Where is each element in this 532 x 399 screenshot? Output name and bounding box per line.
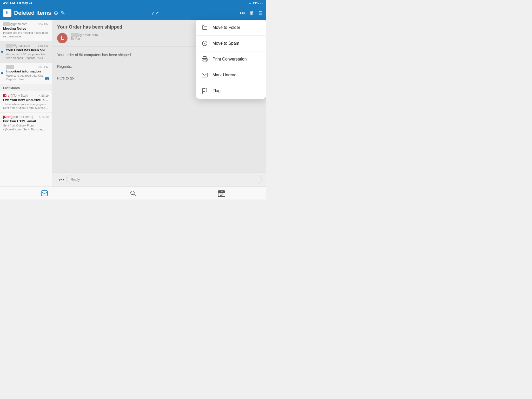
svg-line-6: [134, 194, 136, 196]
mail-tab[interactable]: [0, 187, 89, 200]
battery-icon: ▭: [260, 2, 263, 5]
move-to-folder-item[interactable]: Move to Folder: [196, 20, 266, 36]
email-subject: Fw: Fun HTML email: [3, 119, 49, 123]
list-item[interactable]: @gmail.com 3:57 PM Meeting Notes Please …: [0, 20, 52, 41]
mark-unread-item[interactable]: Mark Unread: [196, 67, 266, 83]
more-options-button[interactable]: •••: [240, 10, 245, 16]
header: li Deleted Items ⊖ ✎ ↙↗ ••• 🗑 ⊟: [0, 6, 266, 20]
email-sender: @gmail.com: [6, 44, 30, 48]
email-preview: Make sure you read this. Kind Regards, J…: [3, 74, 49, 81]
list-item[interactable]: @gmail.com 3:56 PM Your Order has been s…: [0, 41, 52, 63]
search-tab[interactable]: [89, 187, 177, 200]
calendar-tab[interactable]: ▪▪▪ 24: [177, 187, 266, 200]
email-sender: @gmail.com: [3, 22, 28, 26]
context-menu: Move to Folder Move to Spam: [196, 20, 266, 99]
list-item[interactable]: 3:55 PM Important information Make sure …: [0, 63, 52, 84]
app-logo: li: [3, 9, 11, 17]
move-to-folder-label: Move to Folder: [212, 25, 240, 30]
email-time: 3:56 PM: [38, 44, 49, 47]
battery-text: 21%: [253, 2, 259, 5]
page-title: Deleted Items: [14, 10, 51, 16]
flag-icon: [201, 87, 208, 95]
email-sender: [6, 65, 14, 69]
email-preview: This is where your message goes. Sent fr…: [3, 102, 49, 110]
header-left: li Deleted Items ⊖ ✎: [3, 9, 65, 17]
move-to-spam-item[interactable]: Move to Spam: [196, 36, 266, 51]
flag-label: Flag: [212, 89, 221, 93]
move-to-spam-label: Move to Spam: [212, 41, 239, 46]
svg-rect-4: [41, 191, 48, 196]
diagonal-arrows-icon[interactable]: ↙↗: [151, 10, 159, 16]
email-list: @gmail.com 3:57 PM Meeting Notes Please …: [0, 20, 52, 187]
calendar-icon: ▪▪▪ 24: [218, 190, 225, 197]
list-item[interactable]: [Draft] Tony Stark 4/26/19 Fw: Your new …: [0, 91, 52, 113]
dropdown-arrow: [241, 20, 245, 20]
email-sender: [Draft] (no recipients): [3, 115, 33, 119]
email-preview: Your order of 50 computers has been ship…: [3, 52, 49, 60]
print-conversation-item[interactable]: Print Conversation: [196, 51, 266, 67]
envelope-icon: [201, 71, 208, 79]
email-sender: [Draft] Tony Stark: [3, 94, 28, 97]
email-subject: Your Order has been shipped: [3, 48, 49, 52]
email-subject: Fw: Your new OneDrive is almost set up: [3, 98, 49, 102]
email-time: 3:55 PM: [38, 65, 49, 69]
folder-icon: [201, 24, 208, 31]
main-content: @gmail.com 3:57 PM Meeting Notes Please …: [0, 20, 266, 187]
email-time: 4/26/19: [39, 94, 49, 97]
email-time: 3:57 PM: [38, 23, 49, 26]
unread-indicator: [1, 72, 3, 74]
email-preview: Sent from Outlook From: <@gmail.com> Sen…: [3, 124, 49, 131]
mark-unread-label: Mark Unread: [212, 73, 236, 77]
svg-rect-2: [203, 60, 206, 62]
archive-icon[interactable]: ⊟: [258, 10, 263, 16]
header-right: ••• 🗑 ⊟: [240, 10, 263, 16]
status-bar-left: 4:20 PM Fri May 24: [3, 1, 32, 5]
email-subject: Meeting Notes: [3, 26, 49, 30]
unread-badge: 1: [45, 77, 49, 80]
email-preview: Please see the meeting notes in the next…: [3, 31, 49, 38]
filter-icon[interactable]: ⊖: [54, 10, 58, 16]
wifi-icon: ▲: [249, 2, 251, 5]
print-conversation-label: Print Conversation: [212, 57, 247, 62]
trash-icon[interactable]: 🗑: [249, 10, 254, 16]
time: 4:20 PM: [3, 1, 15, 5]
spam-icon: [201, 40, 208, 47]
svg-line-1: [204, 43, 205, 44]
unread-indicator: [1, 51, 3, 53]
date: Fri May 24: [17, 1, 32, 5]
email-time: 4/26/19: [39, 115, 49, 118]
tab-bar: ▪▪▪ 24: [0, 187, 266, 200]
edit-icon[interactable]: ✎: [61, 10, 65, 16]
print-icon: [201, 56, 208, 63]
flag-item[interactable]: Flag: [196, 83, 266, 99]
email-content-panel: Your Order has been shipped L @gmail.com…: [52, 20, 266, 187]
email-subject: Important information: [3, 69, 49, 73]
status-bar: 4:20 PM Fri May 24 ▲ 21% ▭: [0, 0, 266, 6]
list-item[interactable]: [Draft] (no recipients) 4/26/19 Fw: Fun …: [0, 112, 52, 134]
section-label: Last Month: [0, 84, 52, 91]
status-bar-right: ▲ 21% ▭: [249, 2, 263, 5]
